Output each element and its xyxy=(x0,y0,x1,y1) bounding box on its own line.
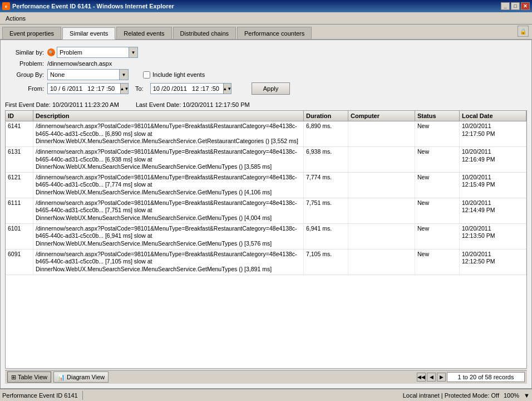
group-by-dropdown-arrow[interactable]: ▼ xyxy=(120,69,129,80)
cell-duration: 7,751 ms. xyxy=(304,198,348,223)
cell-local-date: 10/20/201112:16:49 PM xyxy=(460,147,526,172)
cell-duration: 7,105 ms. xyxy=(304,250,348,275)
table-header: ID Description Duration Computer Status … xyxy=(6,111,526,121)
tab-settings-icon[interactable]: 🔒 xyxy=(518,26,529,37)
table-row[interactable]: 6131 /dinnernow/search.aspx?PostalCode=9… xyxy=(6,147,526,173)
title-bar-controls[interactable]: _ □ ✕ xyxy=(501,2,530,10)
cell-local-date: 10/20/201112:15:49 PM xyxy=(460,173,526,198)
similar-by-row: Similar by: 🔍 Problem ▼ xyxy=(5,47,527,58)
problem-value: /dinnernow/search.aspx xyxy=(47,60,112,67)
cell-computer xyxy=(348,121,415,146)
problem-row: Problem: /dinnernow/search.aspx xyxy=(5,60,527,67)
cell-id: 6141 xyxy=(6,121,33,146)
from-to-row: From: ▲▼ To: ▲▼ Apply xyxy=(5,82,527,95)
cell-computer xyxy=(348,173,415,198)
cell-duration: 6,890 ms. xyxy=(304,121,348,146)
group-by-label: Group By: xyxy=(5,71,44,78)
col-computer[interactable]: Computer xyxy=(348,111,415,121)
cell-status: New xyxy=(415,121,460,146)
cell-id: 6131 xyxy=(6,147,33,172)
table-row[interactable]: 6111 /dinnernow/search.aspx?PostalCode=9… xyxy=(6,198,526,224)
table-body[interactable]: 6141 /dinnernow/search.aspx?PostalCode=9… xyxy=(6,121,526,368)
tab-performance-counters[interactable]: Performance counters xyxy=(237,27,312,39)
pager-info: 1 to 20 of 58 records xyxy=(447,372,525,382)
tab-related-events[interactable]: Related events xyxy=(116,27,171,39)
col-description[interactable]: Description xyxy=(33,111,304,121)
from-datetime-input[interactable] xyxy=(48,85,120,92)
tab-bar: Event properties Similar events Related … xyxy=(0,25,532,40)
table-row[interactable]: 6101 /dinnernow/search.aspx?PostalCode=9… xyxy=(6,224,526,250)
to-datetime-picker[interactable]: ▲▼ xyxy=(223,84,231,94)
form-area: Similar by: 🔍 Problem ▼ Problem: /dinner… xyxy=(5,45,527,99)
data-table: ID Description Duration Computer Status … xyxy=(5,110,527,369)
similar-by-dropdown-arrow[interactable]: ▼ xyxy=(129,47,138,58)
cell-description: /dinnernow/search.aspx?PostalCode=98101&… xyxy=(33,198,304,223)
pager-prev-button[interactable]: ◀ xyxy=(427,373,436,382)
cell-local-date: 10/20/201112:14:49 PM xyxy=(460,198,526,223)
cell-description: /dinnernow/search.aspx?PostalCode=98101&… xyxy=(33,121,304,146)
to-datetime-input[interactable] xyxy=(151,85,223,92)
status-right: Local intranet | Protected Mode: Off 100… xyxy=(403,392,530,399)
cell-local-date: 10/20/201112:17:50 PM xyxy=(460,121,526,146)
include-light-events-label: Include light events xyxy=(152,71,205,78)
cell-status: New xyxy=(415,224,460,249)
group-by-combo[interactable]: None xyxy=(47,69,120,80)
include-light-events-checkbox[interactable] xyxy=(143,71,150,79)
cell-description: /dinnernow/search.aspx?PostalCode=98101&… xyxy=(33,147,304,172)
diagram-view-button[interactable]: 📊 Diagram View xyxy=(53,371,109,383)
cell-description: /dinnernow/search.aspx?PostalCode=98101&… xyxy=(33,250,304,275)
zoom-dropdown[interactable]: ▼ xyxy=(524,392,530,399)
menu-bar: Actions xyxy=(0,12,532,25)
col-id[interactable]: ID xyxy=(6,111,33,121)
close-button[interactable]: ✕ xyxy=(521,2,530,10)
table-row[interactable]: 6091 /dinnernow/search.aspx?PostalCode=9… xyxy=(6,250,526,275)
cell-duration: 6,938 ms. xyxy=(304,147,348,172)
to-label: To: xyxy=(135,85,144,92)
cell-computer xyxy=(348,198,415,223)
cell-description: /dinnernow/search.aspx?PostalCode=98101&… xyxy=(33,173,304,198)
cell-duration: 6,941 ms. xyxy=(304,224,348,249)
search-icon: 🔍 xyxy=(47,48,55,56)
cell-id: 6101 xyxy=(6,224,33,249)
pager-first-button[interactable]: ◀◀ xyxy=(417,373,426,382)
main-window: Event properties Similar events Related … xyxy=(0,25,532,389)
last-event-info: Last Event Date: 10/20/2011 12:17:50 PM xyxy=(136,101,250,108)
similar-by-combo[interactable]: Problem xyxy=(57,47,129,58)
title-bar: e Performance Event ID 6141 - Windows In… xyxy=(0,0,532,12)
table-view-icon: ⊞ xyxy=(11,374,16,381)
from-label: From: xyxy=(5,85,44,92)
col-duration[interactable]: Duration xyxy=(304,111,348,121)
content-area: Similar by: 🔍 Problem ▼ Problem: /dinner… xyxy=(0,40,532,389)
maximize-button[interactable]: □ xyxy=(511,2,520,10)
apply-button[interactable]: Apply xyxy=(252,82,290,95)
cell-description: /dinnernow/search.aspx?PostalCode=98101&… xyxy=(33,224,304,249)
cell-computer xyxy=(348,147,415,172)
status-bar: Performance Event ID 6141 Local intranet… xyxy=(0,389,532,401)
first-event-info: First Event Date: 10/20/2011 11:23:20 AM xyxy=(5,101,119,108)
cell-computer xyxy=(348,224,415,249)
tab-distributed-chains[interactable]: Distributed chains xyxy=(173,27,236,39)
cell-status: New xyxy=(415,250,460,275)
from-datetime[interactable]: ▲▼ xyxy=(47,83,129,94)
table-row[interactable]: 6121 /dinnernow/search.aspx?PostalCode=9… xyxy=(6,173,526,198)
cell-computer xyxy=(348,250,415,275)
col-status[interactable]: Status xyxy=(415,111,460,121)
table-row[interactable]: 6141 /dinnernow/search.aspx?PostalCode=9… xyxy=(6,121,526,147)
zoom-level: 100% xyxy=(504,392,519,399)
col-local-date[interactable]: Local Date xyxy=(460,111,526,121)
pager-next-button[interactable]: ▶ xyxy=(437,373,446,382)
info-row: First Event Date: 10/20/2011 11:23:20 AM… xyxy=(5,101,527,108)
status-zone: Local intranet | Protected Mode: Off xyxy=(403,392,499,399)
cell-id: 6111 xyxy=(6,198,33,223)
actions-menu[interactable]: Actions xyxy=(2,14,29,23)
window-title: Performance Event ID 6141 - Windows Inte… xyxy=(12,3,174,9)
to-datetime[interactable]: ▲▼ xyxy=(150,83,231,94)
tab-similar-events[interactable]: Similar events xyxy=(62,27,115,40)
app-icon: e xyxy=(2,2,10,10)
from-datetime-picker[interactable]: ▲▼ xyxy=(120,84,128,94)
minimize-button[interactable]: _ xyxy=(501,2,510,10)
group-by-row: Group By: None ▼ Include light events xyxy=(5,69,527,80)
cell-local-date: 10/20/201112:12:50 PM xyxy=(460,250,526,275)
table-view-button[interactable]: ⊞ Table View xyxy=(7,371,51,383)
tab-event-properties[interactable]: Event properties xyxy=(2,27,61,39)
